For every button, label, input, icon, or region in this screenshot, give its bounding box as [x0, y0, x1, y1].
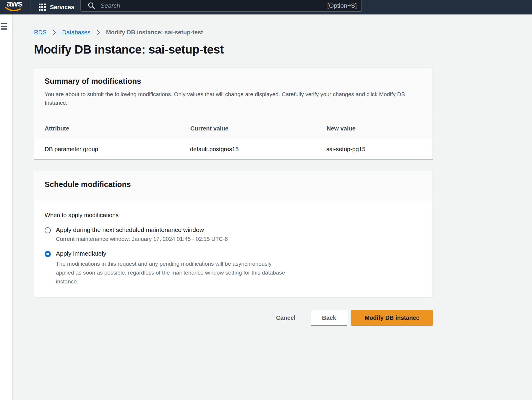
schedule-modifications-card: Schedule modifications When to apply mod… [34, 171, 433, 298]
cell-attribute: DB parameter group [34, 146, 180, 153]
radio-option-apply-immediately[interactable]: Apply immediately [45, 250, 422, 257]
cancel-button[interactable]: Cancel [276, 314, 296, 321]
breadcrumb-link-rds[interactable]: RDS [34, 29, 46, 36]
form-actions: Cancel Back Modify DB instance [34, 310, 433, 326]
services-menu-button[interactable]: Services [30, 0, 82, 14]
cell-new-value: sai-setup-pg15 [316, 146, 433, 153]
page-title: Modify DB instance: sai-setup-test [34, 43, 433, 56]
modify-db-instance-button[interactable]: Modify DB instance [351, 310, 433, 326]
chevron-right-icon [96, 29, 100, 36]
breadcrumb-current: Modify DB instance: sai-setup-test [106, 29, 203, 36]
search-input[interactable] [100, 2, 327, 9]
chevron-right-icon [52, 29, 56, 36]
column-header-attribute: Attribute [34, 122, 180, 135]
when-to-apply-label: When to apply modifications [45, 212, 422, 219]
services-grid-icon [39, 4, 46, 11]
breadcrumb: RDS Databases Modify DB instance: sai-se… [34, 29, 433, 36]
back-button[interactable]: Back [311, 310, 348, 326]
summary-card-title: Summary of modifications [45, 77, 422, 86]
column-header-new-value: New value [316, 122, 433, 135]
column-header-current-value: Current value [180, 122, 316, 135]
global-search-box[interactable]: [Option+S] [80, 0, 362, 12]
summary-card-description: You are about to submit the following mo… [45, 90, 411, 107]
search-shortcut-hint: [Option+S] [327, 2, 357, 9]
menu-hamburger-button[interactable] [0, 22, 8, 32]
search-icon [87, 2, 95, 9]
radio-option-label[interactable]: Apply immediately [56, 250, 106, 257]
schedule-card-title: Schedule modifications [45, 180, 422, 189]
aws-smile-icon [5, 7, 23, 14]
services-label: Services [50, 4, 74, 11]
radio-unselected-icon[interactable] [45, 227, 51, 233]
cell-current-value: default.postgres15 [180, 146, 316, 153]
radio-selected-icon[interactable] [45, 251, 51, 257]
main-content: RDS Databases Modify DB instance: sai-se… [13, 14, 532, 400]
breadcrumb-link-databases[interactable]: Databases [62, 29, 90, 36]
aws-logo[interactable]: aws [5, 0, 24, 14]
summary-of-modifications-card: Summary of modifications You are about t… [34, 67, 433, 159]
apply-immediately-helper-text: The modifications in this request and an… [56, 259, 286, 286]
collapsed-side-navigation [0, 14, 13, 400]
summary-table-header: Attribute Current value New value [34, 118, 432, 139]
radio-option-maintenance-window[interactable]: Apply during the next scheduled maintena… [45, 226, 422, 233]
table-row: DB parameter group default.postgres15 sa… [34, 139, 432, 159]
top-navigation-bar: aws Services [Option+S] [0, 0, 532, 14]
radio-option-label[interactable]: Apply during the next scheduled maintena… [56, 226, 204, 233]
maintenance-window-helper-text: Current maintenance window: January 17, … [56, 236, 422, 242]
